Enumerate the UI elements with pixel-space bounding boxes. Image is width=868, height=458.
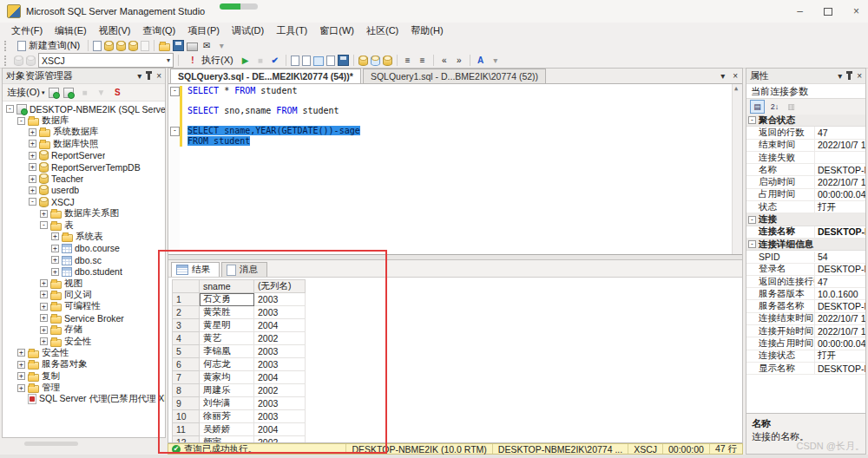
year-cell[interactable]: 2003: [254, 358, 306, 371]
categorized-icon[interactable]: ▤: [750, 100, 765, 114]
year-cell[interactable]: 2003: [254, 293, 306, 306]
expand-icon[interactable]: +: [29, 140, 36, 147]
tree-item[interactable]: +存储: [3, 324, 165, 335]
property-row[interactable]: 启动时间2022/10/7 14:17:1: [746, 176, 865, 188]
tab-sqlquery1[interactable]: SQLQuery1.sql - D...BME2IK\20774 (52)): [363, 69, 546, 83]
property-row[interactable]: 返回的连接行数47: [746, 276, 865, 288]
toolbar-overflow-icon[interactable]: ▾: [215, 40, 227, 51]
property-row[interactable]: 结束时间2022/10/7 14:17:1: [746, 140, 865, 152]
year-cell[interactable]: 2002: [254, 384, 306, 397]
year-cell[interactable]: 2003: [254, 410, 306, 423]
restore-button[interactable]: [824, 8, 832, 16]
tree-item[interactable]: +同义词: [3, 289, 165, 300]
sname-cell[interactable]: 黄艺: [200, 332, 254, 345]
grid-column-header[interactable]: (无列名): [254, 280, 306, 293]
expand-icon[interactable]: +: [40, 314, 48, 322]
menu-item[interactable]: 视图(V): [93, 23, 137, 39]
year-cell[interactable]: 2004: [254, 319, 306, 332]
collapse-icon[interactable]: -: [748, 116, 756, 124]
auto-hide-pin-icon[interactable]: [848, 73, 851, 80]
menu-item[interactable]: 帮助(H): [404, 23, 449, 39]
alphabetical-icon[interactable]: 2↓: [768, 101, 781, 113]
sname-cell[interactable]: 李锦凰: [200, 345, 254, 358]
expand-icon[interactable]: +: [40, 303, 48, 311]
tab-sqlquery3[interactable]: SQLQuery3.sql - DE...ME2IK\20774 (54))*: [170, 69, 361, 83]
new-file-icon[interactable]: [93, 41, 102, 51]
expand-icon[interactable]: +: [51, 256, 59, 264]
grid-column-header[interactable]: sname: [200, 280, 254, 293]
mail-icon[interactable]: ✉: [201, 40, 213, 51]
open-file-icon[interactable]: [159, 43, 170, 51]
expand-icon[interactable]: +: [40, 291, 48, 298]
expand-icon[interactable]: +: [17, 384, 25, 392]
collapse-icon[interactable]: -: [748, 216, 756, 224]
expand-icon[interactable]: +: [51, 232, 59, 240]
tree-item[interactable]: -DESKTOP-NBME2IK (SQL Server 10.0.160: [3, 103, 165, 114]
sname-cell[interactable]: 颜宇: [200, 436, 254, 443]
execute-button[interactable]: ! 执行(X): [183, 54, 237, 67]
indent-icon[interactable]: »: [453, 55, 465, 66]
tree-item[interactable]: +dbo.student: [3, 265, 165, 277]
uncomment-icon[interactable]: ≡: [417, 55, 429, 66]
connect-button[interactable]: 连接(O) ▾: [7, 86, 44, 99]
tree-item[interactable]: +安全性: [3, 336, 165, 347]
tree-item[interactable]: SQL Server 代理(已禁用代理 XP): [3, 394, 165, 405]
expand-icon[interactable]: +: [40, 279, 48, 287]
menu-item[interactable]: 查询(Q): [136, 23, 181, 39]
specify-values-icon[interactable]: A: [475, 55, 487, 66]
editor-scrollbar[interactable]: [732, 84, 742, 254]
properties-header[interactable]: 属性 ▾ ×: [746, 69, 865, 84]
row-number-cell[interactable]: 4: [173, 332, 200, 345]
expand-icon[interactable]: +: [29, 175, 36, 183]
comment-icon[interactable]: ≡: [402, 55, 414, 66]
tree-item[interactable]: +管理: [3, 382, 165, 393]
property-row[interactable]: 显示名称DESKTOP-NBME2I: [746, 363, 865, 375]
properties-object-selector[interactable]: 当前连接参数: [746, 84, 865, 99]
tree-item[interactable]: -表: [3, 219, 165, 231]
expand-icon[interactable]: +: [17, 361, 25, 369]
property-category[interactable]: -连接: [746, 213, 865, 226]
row-number-cell[interactable]: 8: [173, 384, 200, 397]
expand-icon[interactable]: +: [40, 326, 48, 334]
menu-item[interactable]: 调试(D): [226, 23, 270, 39]
mdx-query-icon[interactable]: [128, 41, 138, 51]
property-row[interactable]: 连接结束时间2022/10/7 14:17:1: [746, 313, 865, 325]
sname-cell[interactable]: 黄荣胜: [200, 306, 254, 319]
tree-item[interactable]: +ReportServer: [3, 150, 165, 161]
tab-close-icon[interactable]: ×: [733, 71, 738, 81]
sname-cell[interactable]: 何志龙: [200, 358, 254, 371]
client-statistics-icon[interactable]: [383, 56, 392, 66]
code-area[interactable]: -SELECT * FROM studentSELECT sno,sname F…: [187, 86, 360, 147]
outdent-icon[interactable]: «: [438, 55, 450, 66]
property-row[interactable]: 连接占用时间00:00:00.042: [746, 337, 865, 350]
sname-cell[interactable]: 周建乐: [200, 384, 254, 397]
row-number-cell[interactable]: 7: [173, 371, 200, 384]
expand-icon[interactable]: +: [51, 245, 59, 252]
property-row[interactable]: 名称DESKTOP-NBME2I: [746, 164, 865, 176]
sname-cell[interactable]: 黄家均: [200, 371, 254, 384]
tree-item[interactable]: +系统表: [3, 231, 165, 242]
collapse-icon[interactable]: -: [6, 105, 14, 113]
query-designer-icon[interactable]: [291, 56, 299, 66]
debug-icon[interactable]: ▶: [240, 55, 252, 66]
specify-template-icon[interactable]: [302, 56, 311, 66]
property-row[interactable]: 登录名DESKTOP-NBME2I: [746, 264, 865, 276]
menu-item[interactable]: 社区(C): [360, 23, 404, 39]
row-number-cell[interactable]: 11: [173, 423, 200, 436]
row-number-cell[interactable]: 10: [173, 410, 200, 423]
tab-messages[interactable]: 消息: [221, 262, 267, 277]
year-cell[interactable]: 2004: [254, 371, 306, 384]
collapse-icon[interactable]: -: [748, 240, 756, 248]
panel-close-icon[interactable]: ×: [857, 71, 862, 81]
property-row[interactable]: 服务器版本10.0.1600: [746, 288, 865, 300]
tree-item[interactable]: +系统数据库: [3, 127, 165, 138]
toolbar-overflow-icon[interactable]: ▾: [490, 55, 502, 66]
print-icon[interactable]: [187, 43, 198, 51]
tree-item[interactable]: +可编程性: [3, 301, 165, 312]
tree-item[interactable]: -数据库: [3, 114, 165, 126]
property-row[interactable]: 服务器名称DESKTOP-NBME2I: [746, 300, 865, 312]
menu-item[interactable]: 项目(P): [181, 23, 226, 39]
property-row[interactable]: 连接开始时间2022/10/7 14:17:1: [746, 325, 865, 337]
expand-icon[interactable]: +: [40, 337, 48, 345]
grid-column-header[interactable]: [173, 280, 200, 293]
